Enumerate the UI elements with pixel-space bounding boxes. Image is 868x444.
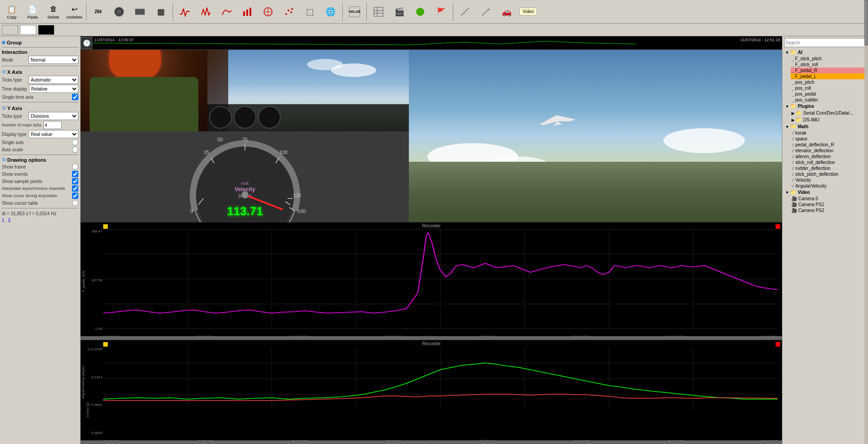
tool-record-button[interactable] — [109, 1, 129, 22]
tree-item-pos-rudder[interactable]: ⎯ pos_rudder — [791, 97, 866, 103]
tool-circle-button[interactable] — [410, 1, 430, 22]
svg-text:50: 50 — [217, 137, 222, 142]
tool-curve-button[interactable] — [216, 1, 236, 22]
interpolate-checkbox[interactable] — [72, 185, 78, 192]
tree-item-fstick-pitch[interactable]: ⎯ F_stick_pitch — [791, 56, 866, 62]
recorder-top-thumb[interactable] — [81, 336, 782, 340]
tree-item-pedal-def-r[interactable]: √ pedal_deflection_R — [791, 142, 866, 148]
tree-item-stick-pitch-def[interactable]: √ stick_pitch_deflection — [791, 171, 866, 177]
tool-car-button[interactable]: 🚗 — [497, 1, 517, 22]
major-ticks-input[interactable] — [43, 121, 62, 129]
mode-select[interactable]: Normal ZoomPanSelect — [29, 56, 78, 64]
nav1-link[interactable]: 1 — [2, 218, 5, 223]
recorder-bottom-scroll[interactable] — [81, 440, 782, 444]
svg-rect-1 — [246, 10, 248, 16]
interaction-section: Interaction — [2, 49, 78, 55]
tree-item-pos-pedal[interactable]: ⎯ pos_pedal — [791, 91, 866, 97]
mode-row: Mode Normal ZoomPanSelect — [2, 56, 78, 64]
y-ticks-select[interactable]: DivisionsAutomaticManual — [29, 112, 78, 120]
paste-button[interactable]: 📄 Paste — [23, 1, 43, 22]
tree-item-fpedal-l[interactable]: ⎯ F_pedal_L — [791, 73, 866, 79]
show-frame-radio[interactable] — [72, 164, 78, 170]
tree-folder-video[interactable]: ▼ 📁 Video — [784, 189, 866, 196]
tree-folder-plugins[interactable]: ▼ 📁 Plugins — [784, 103, 866, 110]
item-label-space: space — [796, 136, 808, 141]
tool-globe-button[interactable]: 🌐 — [321, 1, 340, 22]
show-events-checkbox[interactable] — [72, 171, 78, 177]
item-label-korak: korak — [796, 130, 806, 135]
instruments-panel — [207, 104, 409, 131]
copy-button[interactable]: 📋 Copy — [2, 1, 22, 22]
tree-item-camera0[interactable]: 🎥 Camera 0 — [791, 196, 866, 202]
signal-icon-4: ⎯ — [791, 74, 794, 79]
item-label-pos-pedal: pos_pedal — [795, 92, 816, 97]
show-sample-checkbox[interactable] — [72, 178, 78, 184]
tool-film-button[interactable]: 🎬 — [389, 1, 409, 22]
tool-value-button[interactable]: VALUE — [345, 1, 364, 22]
time-display-select[interactable]: RelativeAbsolute — [29, 85, 78, 93]
right-panel-thumb[interactable] — [864, 36, 868, 45]
ticks-type-select[interactable]: AutomaticManual — [29, 76, 78, 84]
tool-grid-button[interactable]: ▦ — [151, 1, 171, 22]
tool-bar2-button[interactable] — [237, 1, 257, 22]
tool-bar-button[interactable] — [130, 1, 150, 22]
tree-folder-ai[interactable]: ▼ 📁 AI — [784, 49, 866, 56]
tree-item-velocity[interactable]: √ Velocity — [791, 177, 866, 183]
display-type-select[interactable]: Real valueNormalized — [29, 130, 78, 138]
tool-counter-button[interactable]: 26ℓ — [88, 1, 108, 22]
undelete-button[interactable]: ↩ Undelete — [64, 1, 84, 22]
tree-item-pos-roll[interactable]: ⎯ pos_roll — [791, 85, 866, 91]
recorder-bottom-container: Recorder 111,1616 3,1414 0,0831 0,3820 A… — [81, 340, 782, 444]
tree-folder-dsimu[interactable]: ▶ 📁 DS-IMU — [791, 116, 866, 123]
tool-flag-button[interactable]: 🚩 — [431, 1, 451, 22]
nav2-link[interactable]: 2 — [8, 218, 11, 223]
tool-arrow-button[interactable] — [476, 1, 496, 22]
dt-info: dt = 31,853 s f = 0,0314 Hz — [2, 211, 78, 216]
ai-folder-label: AI — [798, 50, 802, 55]
subtool-black-button[interactable] — [38, 25, 54, 35]
tool-fft-button[interactable] — [196, 1, 216, 22]
single-axis-radio[interactable] — [72, 139, 78, 145]
tree-item-fpedal-r[interactable]: ⎯ F_pedal_R — [791, 68, 866, 73]
subtool-white-button[interactable] — [20, 25, 36, 35]
subtool-time-button[interactable]: 7/4 — [2, 25, 18, 35]
tree-item-camera-ps2[interactable]: 🎥 Camera PS2 — [791, 208, 866, 213]
tree-item-aileron-def[interactable]: √ aileron_deflection — [791, 154, 866, 159]
recorder-top-scroll[interactable] — [81, 336, 782, 340]
tree-item-elevator-def[interactable]: √ elevator_deflection — [791, 148, 866, 154]
recorder-bottom-thumb[interactable] — [81, 440, 782, 444]
tool-polar-button[interactable] — [258, 1, 278, 22]
delete-button[interactable]: 🗑 Delete — [43, 1, 63, 22]
math-icon-korak: √ — [791, 130, 794, 135]
svg-text:25: 25 — [203, 150, 209, 155]
tree-item-camera-ps1[interactable]: 🎥 Camera PS1 — [791, 202, 866, 208]
recorder-bottom-y-label-top: AngularVelocity (deg/s) — [82, 366, 85, 399]
tool-dots-button[interactable]: ⬚ — [300, 1, 320, 22]
tree-item-angularvel[interactable]: √ AngularVelocity — [791, 183, 866, 189]
tool-signal1-button[interactable] — [175, 1, 195, 22]
timeline-canvas[interactable]: 11/07/2014 - 12:00:37 11/07/2014 - 12:51… — [92, 37, 782, 49]
single-axis-row: Single axis — [2, 139, 78, 145]
auto-scale-radio[interactable] — [72, 146, 78, 153]
tool-table-button[interactable] — [369, 1, 388, 22]
tree-folder-serial[interactable]: ▶ 📁 Serial Com/Dev1/Data/... — [791, 110, 866, 116]
tree-item-pos-pitch[interactable]: ⎯ pos_pitch — [791, 79, 866, 85]
tree-item-korak[interactable]: √ korak — [791, 130, 866, 136]
item-label-pos-pitch: pos_pitch — [795, 80, 815, 85]
tree-item-stick-roll-def[interactable]: √ stick_roll_deflection — [791, 159, 866, 165]
tree-item-fstick-roll[interactable]: ⎯ F_stick_roll — [791, 62, 866, 68]
ai-arrow: ▼ — [785, 50, 789, 55]
tree-item-space[interactable]: √ space — [791, 136, 866, 142]
interaction-title: Interaction — [2, 49, 27, 55]
math-icon-angularvel: √ — [791, 183, 794, 188]
cursor-table-radio[interactable] — [72, 200, 78, 206]
drawing-title: Drawing options — [7, 157, 46, 163]
tool-line-button[interactable] — [455, 1, 475, 22]
tool-scatter-button[interactable] — [279, 1, 299, 22]
search-input[interactable] — [784, 38, 866, 47]
single-time-checkbox[interactable] — [72, 94, 78, 100]
tree-item-rudder-def[interactable]: √ rudder_deflection — [791, 165, 866, 171]
tree-folder-math[interactable]: ▼ 📁 Math — [784, 123, 866, 130]
right-panel-scrollbar[interactable] — [864, 36, 868, 444]
cursor-checkbox[interactable] — [72, 193, 78, 199]
